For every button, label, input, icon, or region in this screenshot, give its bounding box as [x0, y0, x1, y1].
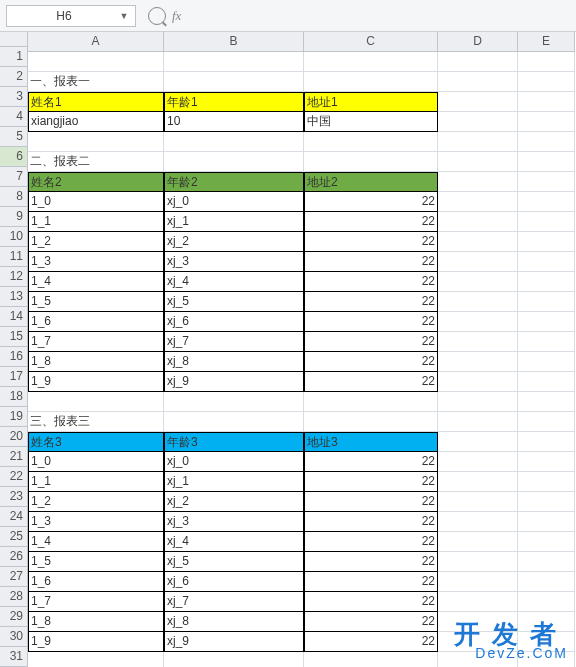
cell-A26[interactable]: 1_5 — [28, 552, 164, 572]
row-header-4[interactable]: 4 — [0, 107, 28, 127]
cell-D6[interactable] — [438, 152, 518, 172]
cell-D24[interactable] — [438, 512, 518, 532]
cell-E11[interactable] — [518, 252, 575, 272]
row-header-13[interactable]: 13 — [0, 287, 28, 307]
cell-C18[interactable] — [304, 392, 438, 412]
cell-E28[interactable] — [518, 592, 575, 612]
cell-D1[interactable] — [438, 52, 518, 72]
cell-E9[interactable] — [518, 212, 575, 232]
cell-B16[interactable]: xj_8 — [164, 352, 304, 372]
cell-E5[interactable] — [518, 132, 575, 152]
cell-E30[interactable] — [518, 632, 575, 652]
cell-E24[interactable] — [518, 512, 575, 532]
row-header-6[interactable]: 6 — [0, 147, 28, 167]
cell-E27[interactable] — [518, 572, 575, 592]
chevron-down-icon[interactable]: ▼ — [117, 11, 131, 21]
row-header-11[interactable]: 11 — [0, 247, 28, 267]
cell-C9[interactable]: 22 — [304, 212, 438, 232]
select-all-corner[interactable] — [0, 32, 28, 47]
row-header-8[interactable]: 8 — [0, 187, 28, 207]
cell-C21[interactable]: 22 — [304, 452, 438, 472]
cell-C24[interactable]: 22 — [304, 512, 438, 532]
cell-C12[interactable]: 22 — [304, 272, 438, 292]
cell-C25[interactable]: 22 — [304, 532, 438, 552]
cell-C14[interactable]: 22 — [304, 312, 438, 332]
row-header-5[interactable]: 5 — [0, 127, 28, 147]
cell-B12[interactable]: xj_4 — [164, 272, 304, 292]
cell-A11[interactable]: 1_3 — [28, 252, 164, 272]
cell-E20[interactable] — [518, 432, 575, 452]
cell-B5[interactable] — [164, 132, 304, 152]
row-header-7[interactable]: 7 — [0, 167, 28, 187]
row-header-2[interactable]: 2 — [0, 67, 28, 87]
cell-C29[interactable]: 22 — [304, 612, 438, 632]
cell-D9[interactable] — [438, 212, 518, 232]
cell-E3[interactable] — [518, 92, 575, 112]
row-header-31[interactable]: 31 — [0, 647, 28, 667]
row-header-10[interactable]: 10 — [0, 227, 28, 247]
cell-B7[interactable]: 年龄2 — [164, 172, 304, 192]
cell-E12[interactable] — [518, 272, 575, 292]
cell-D3[interactable] — [438, 92, 518, 112]
cell-A13[interactable]: 1_5 — [28, 292, 164, 312]
cell-D26[interactable] — [438, 552, 518, 572]
cell-D13[interactable] — [438, 292, 518, 312]
cell-B11[interactable]: xj_3 — [164, 252, 304, 272]
cell-E10[interactable] — [518, 232, 575, 252]
cell-D18[interactable] — [438, 392, 518, 412]
cell-C31[interactable] — [304, 652, 438, 667]
row-header-30[interactable]: 30 — [0, 627, 28, 647]
row-header-28[interactable]: 28 — [0, 587, 28, 607]
row-header-26[interactable]: 26 — [0, 547, 28, 567]
cell-C13[interactable]: 22 — [304, 292, 438, 312]
cell-D27[interactable] — [438, 572, 518, 592]
cell-B31[interactable] — [164, 652, 304, 667]
cell-E13[interactable] — [518, 292, 575, 312]
cell-A20[interactable]: 姓名3 — [28, 432, 164, 452]
cell-C22[interactable]: 22 — [304, 472, 438, 492]
cell-A16[interactable]: 1_8 — [28, 352, 164, 372]
cell-D2[interactable] — [438, 72, 518, 92]
cell-E22[interactable] — [518, 472, 575, 492]
cell-A27[interactable]: 1_6 — [28, 572, 164, 592]
cell-reference-box[interactable]: H6 ▼ — [6, 5, 136, 27]
cell-B13[interactable]: xj_5 — [164, 292, 304, 312]
cell-C3[interactable]: 地址1 — [304, 92, 438, 112]
cell-B20[interactable]: 年龄3 — [164, 432, 304, 452]
cell-B10[interactable]: xj_2 — [164, 232, 304, 252]
cell-A10[interactable]: 1_2 — [28, 232, 164, 252]
cell-A22[interactable]: 1_1 — [28, 472, 164, 492]
cell-C11[interactable]: 22 — [304, 252, 438, 272]
cell-D7[interactable] — [438, 172, 518, 192]
cell-A21[interactable]: 1_0 — [28, 452, 164, 472]
cell-B18[interactable] — [164, 392, 304, 412]
cell-B22[interactable]: xj_1 — [164, 472, 304, 492]
cell-A12[interactable]: 1_4 — [28, 272, 164, 292]
cell-D23[interactable] — [438, 492, 518, 512]
row-header-3[interactable]: 3 — [0, 87, 28, 107]
cell-E29[interactable] — [518, 612, 575, 632]
cell-D30[interactable] — [438, 632, 518, 652]
cell-D28[interactable] — [438, 592, 518, 612]
cell-B15[interactable]: xj_7 — [164, 332, 304, 352]
cell-D10[interactable] — [438, 232, 518, 252]
cell-C28[interactable]: 22 — [304, 592, 438, 612]
cell-C23[interactable]: 22 — [304, 492, 438, 512]
spreadsheet-grid[interactable]: 1234567891011121314151617181920212223242… — [0, 32, 576, 667]
cell-A9[interactable]: 1_1 — [28, 212, 164, 232]
row-header-17[interactable]: 17 — [0, 367, 28, 387]
cell-A1[interactable] — [28, 52, 164, 72]
cell-A6[interactable]: 二、报表二 — [28, 152, 164, 172]
cell-D12[interactable] — [438, 272, 518, 292]
cell-D11[interactable] — [438, 252, 518, 272]
cell-E14[interactable] — [518, 312, 575, 332]
cell-C1[interactable] — [304, 52, 438, 72]
magnify-icon[interactable] — [148, 7, 166, 25]
cell-D17[interactable] — [438, 372, 518, 392]
cell-B9[interactable]: xj_1 — [164, 212, 304, 232]
cell-B4[interactable]: 10 — [164, 112, 304, 132]
cell-C15[interactable]: 22 — [304, 332, 438, 352]
cell-A30[interactable]: 1_9 — [28, 632, 164, 652]
cell-C2[interactable] — [304, 72, 438, 92]
cell-D20[interactable] — [438, 432, 518, 452]
